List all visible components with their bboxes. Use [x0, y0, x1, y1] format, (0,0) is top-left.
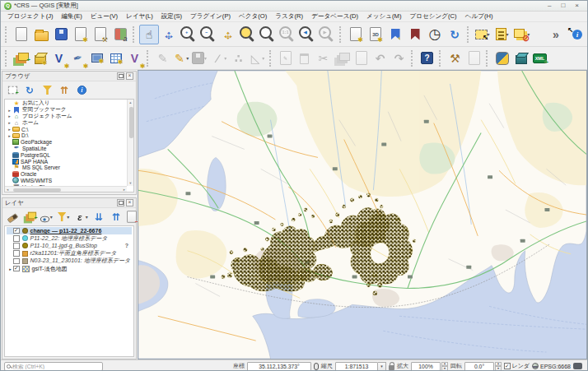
- scale-combobox[interactable]: ▾: [335, 362, 386, 371]
- menu-item-9[interactable]: メッシュ(M): [362, 12, 405, 21]
- data-source-manager-button[interactable]: [12, 49, 30, 67]
- style-manager-button[interactable]: [110, 25, 130, 44]
- rotation-input[interactable]: [464, 362, 494, 371]
- coordinate-input[interactable]: [247, 362, 311, 371]
- locator-search[interactable]: [4, 362, 103, 371]
- new-print-layout-button[interactable]: [71, 25, 91, 44]
- crs-status-button[interactable]: EPSG:6668: [532, 363, 571, 369]
- menu-item-5[interactable]: プラグイン(P): [186, 12, 235, 21]
- refresh-map-button[interactable]: [445, 25, 464, 44]
- collapse-all-button[interactable]: [56, 82, 72, 98]
- browser-item[interactable]: Oracle: [6, 171, 126, 178]
- layer-row[interactable]: ▸✓gsiT-淡色地図: [7, 265, 132, 272]
- python-console-button[interactable]: [492, 49, 511, 67]
- vertex-tool-button[interactable]: ▾: [248, 49, 267, 67]
- toolbar-handle[interactable]: [486, 50, 490, 67]
- browser-item[interactable]: ▸ホーム: [6, 119, 126, 126]
- delete-selected-button[interactable]: [295, 49, 314, 67]
- refresh-browser-button[interactable]: [21, 82, 38, 98]
- pan-to-selection-button[interactable]: [159, 25, 179, 44]
- zoom-last-button[interactable]: [297, 25, 317, 44]
- cut-features-button[interactable]: [314, 49, 333, 67]
- expander-icon[interactable]: ▸: [7, 114, 12, 118]
- menu-item-8[interactable]: データベース(D): [307, 12, 362, 21]
- browser-item[interactable]: WMS/WMTS: [6, 178, 126, 184]
- modify-attributes-button[interactable]: [276, 49, 295, 67]
- layer-checkbox[interactable]: ✓: [13, 266, 20, 272]
- select-by-form-button[interactable]: ▾: [493, 25, 513, 44]
- menu-item-4[interactable]: 設定(S): [157, 12, 186, 21]
- new-gpx-layer-button[interactable]: [125, 49, 144, 67]
- minimize-button[interactable]: –: [548, 2, 551, 10]
- spin-down-icon[interactable]: ▾: [441, 366, 448, 371]
- toolbar-handle[interactable]: [147, 50, 151, 67]
- new-mesh-layer-button[interactable]: [106, 49, 125, 67]
- expand-all-button[interactable]: [91, 209, 107, 225]
- expander-icon[interactable]: ▸: [7, 267, 13, 271]
- toolbar-handle[interactable]: [467, 26, 471, 43]
- scale-dropdown-icon[interactable]: ▾: [378, 362, 386, 371]
- open-project-button[interactable]: [31, 25, 51, 44]
- scrollbar-thumb[interactable]: [129, 107, 133, 138]
- zoom-in-button[interactable]: [179, 25, 198, 44]
- temporal-controller-button[interactable]: [425, 25, 445, 44]
- filter-legend-button[interactable]: ▾: [56, 209, 72, 225]
- magnifier-spinbox[interactable]: ▴▾: [411, 362, 448, 371]
- scroll-right-icon[interactable]: ▸: [124, 188, 125, 192]
- toolbar-handle[interactable]: [5, 50, 9, 67]
- save-project-button[interactable]: [51, 25, 71, 44]
- toolbar-handle[interactable]: [411, 50, 415, 67]
- dropdown-arrow-icon[interactable]: ▾: [204, 55, 209, 61]
- add-group-button[interactable]: [21, 209, 38, 225]
- close-panel-button[interactable]: ×: [126, 199, 133, 206]
- render-toggle[interactable]: ✓ レンダ: [504, 362, 530, 370]
- dropdown-arrow-icon[interactable]: ▾: [67, 214, 72, 220]
- dropdown-arrow-icon[interactable]: ▾: [262, 55, 266, 61]
- magnifier-input[interactable]: [411, 362, 441, 371]
- toolbar-handle[interactable]: [339, 26, 343, 43]
- browser-item[interactable]: ▸D:\: [6, 132, 126, 139]
- toolbar-handle[interactable]: [5, 26, 9, 43]
- scroll-left-icon[interactable]: ◂: [7, 188, 8, 192]
- layer-properties-button[interactable]: [73, 82, 90, 98]
- menu-item-3[interactable]: レイヤ(L): [122, 12, 157, 21]
- plugin-box-button[interactable]: [511, 49, 530, 67]
- toolbar-handle[interactable]: [133, 26, 137, 43]
- float-panel-button[interactable]: [117, 199, 124, 206]
- move-feature-button[interactable]: [229, 49, 248, 67]
- select-features-button[interactable]: ▾: [474, 25, 493, 44]
- scrollbar-thumb[interactable]: [13, 188, 61, 192]
- menu-item-7[interactable]: ラスタ(R): [271, 12, 307, 21]
- close-panel-button[interactable]: ×: [126, 72, 133, 80]
- menu-item-0[interactable]: プロジェクト(J): [3, 12, 58, 21]
- layer-checkbox[interactable]: [13, 235, 20, 242]
- maximize-button[interactable]: □: [561, 2, 565, 10]
- deselect-all-button[interactable]: ▾: [513, 25, 533, 44]
- browser-item[interactable]: PostgreSQL: [6, 151, 126, 158]
- collapse-all-layers-button[interactable]: [108, 209, 124, 225]
- help-whats-this-button[interactable]: [418, 49, 436, 67]
- undo-button[interactable]: [371, 49, 390, 67]
- new-project-button[interactable]: [12, 25, 31, 44]
- add-selected-layers-button[interactable]: [4, 82, 21, 98]
- browser-item[interactable]: SAP HANA: [6, 158, 126, 165]
- show-spatial-bookmarks-button[interactable]: [405, 25, 425, 44]
- browser-item[interactable]: MS SQL Server: [6, 165, 126, 171]
- new-temporary-scratch-layer-button[interactable]: [87, 49, 106, 67]
- filter-browser-button[interactable]: [39, 82, 55, 98]
- redo-button[interactable]: [390, 49, 408, 67]
- menu-item-1[interactable]: 編集(E): [58, 12, 86, 21]
- copy-features-button[interactable]: [333, 49, 352, 67]
- menu-item-2[interactable]: ビュー(V): [86, 12, 122, 21]
- map-canvas[interactable]: [138, 70, 587, 359]
- new-shapefile-layer-button[interactable]: [49, 49, 68, 67]
- open-layer-styling-button[interactable]: [4, 209, 21, 225]
- scale-lock-icon[interactable]: [389, 365, 394, 370]
- remove-layer-button[interactable]: [125, 209, 138, 225]
- browser-item[interactable]: ▸C:\: [6, 126, 126, 132]
- dropdown-arrow-icon[interactable]: ▾: [186, 55, 190, 61]
- scroll-down-icon[interactable]: ▾: [129, 181, 131, 185]
- paste-features-button[interactable]: [352, 49, 371, 67]
- menu-item-11[interactable]: ヘルプ(H): [461, 12, 497, 21]
- menu-item-10[interactable]: プロセシング(C): [405, 12, 460, 21]
